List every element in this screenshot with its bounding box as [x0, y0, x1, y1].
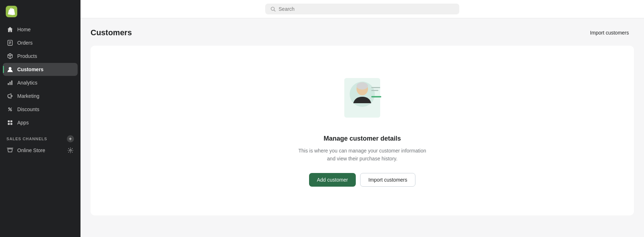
marketing-icon — [6, 92, 14, 100]
customers-illustration-svg — [334, 67, 391, 125]
search-bar[interactable] — [265, 4, 459, 14]
sidebar-item-marketing-label: Marketing — [17, 93, 39, 99]
add-sales-channel-button[interactable]: + — [67, 135, 74, 142]
sales-channels-label: SALES CHANNELS — [6, 137, 47, 141]
sidebar-item-marketing[interactable]: Marketing — [3, 90, 78, 102]
svg-rect-21 — [371, 87, 380, 88]
page-header: Customers Import customers — [91, 27, 634, 38]
apps-icon — [6, 119, 14, 126]
sales-channels-section-header: SALES CHANNELS + — [3, 129, 78, 144]
main-content: Customers Import customers — [80, 0, 644, 237]
sidebar-item-customers-label: Customers — [17, 67, 43, 72]
sidebar-item-online-store-label: Online Store — [17, 147, 63, 153]
page-title: Customers — [91, 28, 132, 37]
svg-rect-23 — [371, 96, 381, 97]
analytics-icon — [6, 79, 14, 86]
top-bar — [80, 0, 644, 18]
import-customers-button[interactable]: Import customers — [360, 173, 415, 187]
svg-rect-6 — [10, 82, 11, 85]
shopify-logo-icon — [6, 6, 17, 17]
empty-state-title: Manage customer details — [323, 135, 401, 142]
svg-line-10 — [9, 108, 12, 111]
sidebar-item-customers[interactable]: Customers — [3, 63, 78, 76]
sidebar-logo — [0, 0, 80, 22]
home-icon — [6, 26, 14, 33]
sidebar-item-products[interactable]: Products — [3, 50, 78, 63]
orders-icon — [6, 39, 14, 46]
page-wrapper: Customers Import customers — [80, 18, 644, 237]
search-input[interactable] — [279, 6, 454, 12]
sidebar-nav: Home Orders Products Customers — [0, 22, 80, 237]
add-customer-button[interactable]: Add customer — [309, 173, 356, 187]
sidebar-item-orders-label: Orders — [17, 40, 33, 46]
svg-point-20 — [356, 82, 368, 90]
svg-rect-22 — [371, 90, 378, 91]
sidebar-item-apps-label: Apps — [17, 120, 29, 126]
sidebar-item-orders[interactable]: Orders — [3, 36, 78, 49]
empty-state-actions: Add customer Import customers — [309, 173, 416, 187]
svg-rect-5 — [8, 83, 9, 85]
sidebar-item-discounts[interactable]: Discounts — [3, 103, 78, 116]
sidebar: Home Orders Products Customers — [0, 0, 80, 237]
svg-rect-11 — [8, 120, 10, 122]
sidebar-item-home-label: Home — [17, 27, 31, 32]
customers-illustration — [334, 67, 391, 125]
sidebar-item-analytics[interactable]: Analytics — [3, 76, 78, 89]
sidebar-item-online-store[interactable]: Online Store — [3, 144, 78, 157]
svg-point-8 — [9, 108, 10, 109]
svg-point-9 — [10, 110, 12, 111]
search-icon — [270, 6, 276, 12]
customers-icon — [6, 66, 14, 73]
empty-state-description: This is where you can manage your custom… — [298, 147, 427, 163]
svg-rect-14 — [10, 123, 12, 125]
svg-rect-12 — [10, 120, 12, 122]
import-customers-top-button[interactable]: Import customers — [585, 27, 634, 38]
sidebar-item-discounts-label: Discounts — [17, 106, 39, 112]
sidebar-item-apps[interactable]: Apps — [3, 116, 78, 129]
empty-state-card: Manage customer details This is where yo… — [91, 46, 634, 215]
sidebar-item-analytics-label: Analytics — [17, 80, 37, 86]
online-store-settings-icon[interactable] — [67, 147, 74, 154]
svg-rect-7 — [12, 81, 13, 85]
svg-point-4 — [9, 67, 11, 69]
discounts-icon — [6, 106, 14, 113]
online-store-icon — [6, 147, 14, 154]
svg-point-15 — [70, 150, 72, 151]
svg-rect-13 — [8, 123, 10, 125]
sidebar-item-products-label: Products — [17, 53, 37, 59]
sidebar-item-home[interactable]: Home — [3, 23, 78, 36]
products-icon — [6, 53, 14, 60]
